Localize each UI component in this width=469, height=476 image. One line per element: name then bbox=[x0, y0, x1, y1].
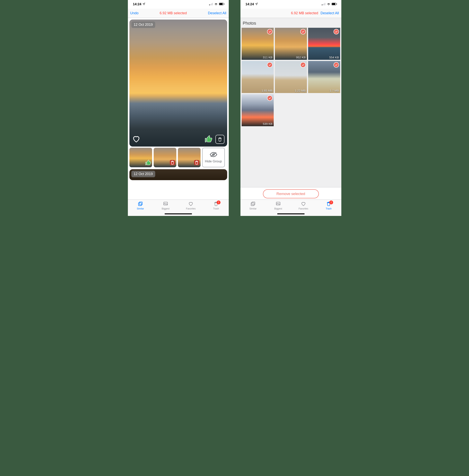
tab-label: Favorites bbox=[299, 207, 308, 210]
photo-date-badge: 12 Oct 2019 bbox=[131, 171, 155, 177]
thumbnail-2[interactable] bbox=[154, 148, 176, 167]
tab-trash[interactable]: 7 Trash bbox=[203, 201, 229, 210]
status-time: 14:24 bbox=[133, 2, 141, 6]
cell-size: 1.22 MB bbox=[295, 89, 306, 92]
check-icon bbox=[300, 62, 306, 68]
status-bar: 14:24 bbox=[128, 0, 229, 9]
svg-rect-19 bbox=[332, 3, 335, 5]
tab-label: Biggest bbox=[162, 207, 169, 210]
svg-rect-16 bbox=[324, 3, 324, 5]
remove-selected-button[interactable]: Remove selected bbox=[263, 189, 319, 198]
tab-trash[interactable]: 7 Trash bbox=[316, 201, 341, 210]
thumbnail-1[interactable] bbox=[129, 148, 152, 167]
check-icon bbox=[300, 29, 306, 34]
hide-group-label: Hide Group bbox=[205, 160, 222, 163]
cellular-icon bbox=[209, 2, 213, 6]
svg-rect-22 bbox=[251, 203, 254, 206]
trash-cell[interactable]: 554 KB bbox=[308, 28, 340, 60]
cell-size: 311 KB bbox=[263, 56, 272, 59]
location-icon bbox=[143, 2, 145, 6]
trash-cell[interactable]: 539 KB bbox=[242, 94, 274, 126]
favorite-button[interactable] bbox=[132, 140, 140, 144]
tab-similar[interactable]: Similar bbox=[240, 201, 266, 210]
tab-biggest[interactable]: Biggest bbox=[153, 201, 178, 210]
trash-count-badge: 7 bbox=[329, 200, 333, 204]
deselect-all-button[interactable]: Deselect All bbox=[320, 11, 339, 15]
svg-rect-5 bbox=[219, 3, 223, 5]
tab-label: Favorites bbox=[186, 207, 196, 210]
check-icon bbox=[267, 29, 272, 34]
similar-content: 12 Oct 2019 bbox=[128, 18, 229, 199]
home-indicator[interactable] bbox=[277, 213, 305, 214]
svg-rect-20 bbox=[336, 3, 337, 4]
svg-rect-2 bbox=[211, 3, 212, 5]
tab-favorites[interactable]: Favorites bbox=[291, 201, 316, 210]
keep-badge-icon bbox=[145, 160, 151, 166]
trash-cell[interactable]: 1.65 MB bbox=[242, 61, 274, 93]
cell-size: 554 KB bbox=[329, 56, 339, 59]
trash-cell[interactable]: 1.22 MB bbox=[275, 61, 307, 93]
battery-icon bbox=[332, 2, 337, 6]
cell-size: 1.65 MB bbox=[262, 89, 272, 92]
thumbnail-3[interactable] bbox=[178, 148, 201, 167]
cell-size: 952 KB bbox=[296, 56, 305, 59]
selection-size-label: 6.92 MB selected bbox=[139, 11, 208, 15]
photo-date-badge: 12 Oct 2019 bbox=[131, 21, 155, 28]
next-photo-card[interactable]: 12 Oct 2019 bbox=[129, 169, 227, 180]
deselect-all-button[interactable]: Deselect All bbox=[208, 11, 226, 15]
undo-button[interactable]: Undo bbox=[130, 11, 139, 15]
tab-similar[interactable]: Similar bbox=[128, 201, 153, 210]
svg-rect-17 bbox=[325, 3, 325, 5]
cell-size: 1.7 MB bbox=[330, 89, 339, 92]
svg-rect-14 bbox=[322, 4, 322, 5]
trash-grid: 311 KB 952 KB 554 KB 1.65 MB bbox=[240, 28, 341, 126]
svg-rect-15 bbox=[323, 4, 323, 5]
svg-rect-3 bbox=[212, 3, 213, 5]
heart-icon bbox=[301, 201, 306, 207]
trash-button[interactable] bbox=[216, 135, 224, 144]
stack-icon bbox=[137, 201, 143, 207]
trash-cell[interactable]: 952 KB bbox=[275, 28, 307, 60]
trash-badge-icon bbox=[194, 160, 200, 166]
grid-filler bbox=[240, 126, 341, 187]
hide-group-button[interactable]: Hide Group bbox=[202, 148, 225, 167]
keep-button[interactable] bbox=[204, 135, 213, 144]
svg-rect-12 bbox=[138, 203, 141, 206]
home-indicator[interactable] bbox=[165, 213, 192, 214]
tab-label: Similar bbox=[137, 207, 144, 210]
status-time: 14:24 bbox=[246, 2, 254, 6]
tab-label: Biggest bbox=[274, 207, 282, 210]
check-icon bbox=[267, 95, 272, 101]
section-title: Photos bbox=[240, 18, 341, 28]
image-icon bbox=[163, 201, 168, 207]
nav-bar: 6.92 MB selected Deselect All bbox=[240, 9, 341, 18]
check-icon bbox=[267, 62, 272, 68]
heart-icon bbox=[188, 201, 194, 207]
remove-bar: Remove selected bbox=[240, 187, 341, 199]
check-icon bbox=[334, 62, 339, 68]
wifi-icon bbox=[327, 2, 330, 6]
phone-trash-view: 14:24 6.92 MB selected Deselect All Phot… bbox=[240, 0, 341, 216]
tab-biggest[interactable]: Biggest bbox=[266, 201, 291, 210]
tab-label: Trash bbox=[213, 207, 219, 210]
cell-size: 539 KB bbox=[263, 122, 272, 125]
svg-rect-1 bbox=[210, 4, 211, 5]
trash-cell[interactable]: 1.7 MB bbox=[308, 61, 340, 93]
check-icon bbox=[334, 29, 339, 34]
phone-similar-view: 14:24 Undo 6.92 MB selected Desele bbox=[128, 0, 229, 216]
photo-image bbox=[129, 19, 227, 147]
location-icon bbox=[255, 2, 258, 6]
eye-off-icon bbox=[210, 152, 217, 158]
status-bar: 14:24 bbox=[240, 0, 341, 9]
tab-label: Trash bbox=[326, 207, 332, 210]
svg-rect-0 bbox=[209, 4, 210, 5]
trash-cell[interactable]: 311 KB bbox=[242, 28, 274, 60]
tab-label: Similar bbox=[250, 207, 257, 210]
svg-rect-6 bbox=[224, 3, 224, 4]
photo-card[interactable]: 12 Oct 2019 bbox=[129, 19, 227, 147]
nav-bar: Undo 6.92 MB selected Deselect All bbox=[128, 9, 229, 18]
trash-count-badge: 7 bbox=[217, 200, 220, 204]
selection-size-label: 6.92 MB selected bbox=[243, 11, 321, 15]
stack-icon bbox=[250, 201, 256, 207]
tab-favorites[interactable]: Favorites bbox=[178, 201, 203, 210]
